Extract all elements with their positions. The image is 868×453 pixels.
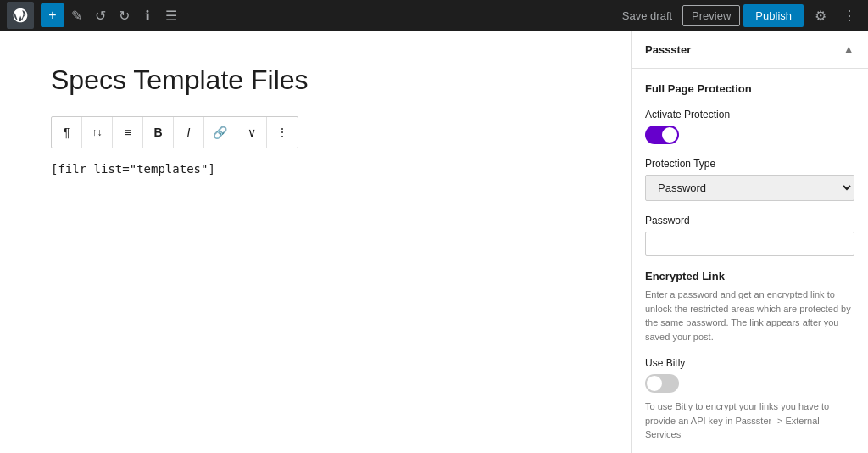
preview-button[interactable]: Preview [682,5,740,26]
full-page-protection-group: Full Page Protection [645,82,854,95]
encrypted-link-description: Enter a password and get an encrypted li… [645,288,854,344]
italic-button[interactable]: I [174,117,204,148]
sidebar-title: Passster [645,43,691,56]
password-input[interactable] [645,232,854,256]
bitly-toggle-knob [647,376,662,391]
more-menu-button[interactable]: ⋮ [837,3,861,27]
activate-protection-group: Activate Protection [645,109,854,144]
use-bitly-group: Use Bitly To use Bitly to encrypt your l… [645,357,854,442]
password-label: Password [645,215,854,226]
protection-type-group: Protection Type Password Role Activity C… [645,158,854,201]
sidebar-content: Full Page Protection Activate Protection… [632,69,868,453]
publish-button[interactable]: Publish [743,4,804,27]
page-title: Specs Template Files [51,64,580,96]
info-button[interactable]: ℹ [136,3,159,27]
use-bitly-toggle-wrap [645,374,854,393]
bitly-description: To use Bitly to encrypt your links you h… [645,400,854,442]
block-more-button[interactable]: ⋮ [267,117,298,148]
activate-protection-label: Activate Protection [645,109,854,120]
align-button[interactable]: ≡ [113,117,143,148]
encrypted-link-group: Encrypted Link Enter a password and get … [645,270,854,344]
use-bitly-toggle[interactable] [645,374,679,393]
wp-logo [7,2,34,29]
activate-protection-toggle-wrap [645,126,854,144]
list-view-button[interactable]: ☰ [159,3,183,27]
format-toolbar: ¶ ↑↓ ≡ B I 🔗 ∨ ⋮ [51,116,298,148]
encrypted-link-label: Encrypted Link [645,270,854,282]
activate-protection-toggle[interactable] [645,126,679,144]
shortcode-block: [filr list="templates"] [51,162,580,176]
paragraph-button[interactable]: ¶ [52,117,82,148]
move-up-button[interactable]: ↑↓ [82,117,113,148]
protection-type-select[interactable]: Password Role Activity Code [645,175,854,201]
more-rich-button[interactable]: ∨ [236,117,267,148]
main-layout: Specs Template Files ¶ ↑↓ ≡ B I 🔗 ∨ ⋮ [f… [0,31,868,453]
use-bitly-label: Use Bitly [645,357,854,369]
editor-area: Specs Template Files ¶ ↑↓ ≡ B I 🔗 ∨ ⋮ [f… [0,31,631,453]
save-draft-button[interactable]: Save draft [615,6,679,25]
redo-button[interactable]: ↻ [112,3,136,27]
protection-type-label: Protection Type [645,158,854,170]
full-page-protection-label: Full Page Protection [645,82,854,95]
link-button[interactable]: 🔗 [204,117,236,148]
password-group: Password [645,215,854,256]
top-bar: + ✎ ↺ ↻ ℹ ☰ Save draft Preview Publish ⚙… [0,0,868,31]
edit-button[interactable]: ✎ [64,3,88,27]
toggle-knob [662,127,677,143]
settings-button[interactable]: ⚙ [807,2,834,29]
bold-button[interactable]: B [143,117,174,148]
add-block-button[interactable]: + [41,3,64,27]
sidebar-header: Passster ▲ [632,31,868,69]
undo-button[interactable]: ↺ [88,3,112,27]
sidebar: Passster ▲ Full Page Protection Activate… [631,31,868,453]
collapse-button[interactable]: ▲ [843,42,854,56]
